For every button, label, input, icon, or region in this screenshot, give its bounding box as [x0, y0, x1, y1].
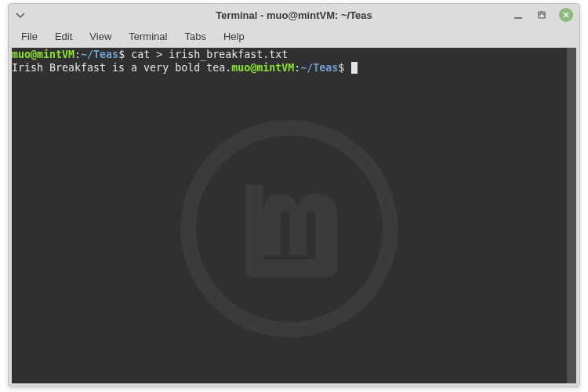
menu-tabs[interactable]: Tabs: [176, 28, 213, 45]
cursor-block: [351, 62, 358, 74]
menu-terminal[interactable]: Terminal: [121, 28, 175, 45]
command-text: cat > irish_breakfast.txt: [131, 49, 288, 60]
menubar: File Edit View Terminal Tabs Help: [9, 26, 579, 48]
prompt-user: muo@mintVM: [12, 49, 74, 60]
terminal-content[interactable]: muo@mintVM:~/Teas$ cat > irish_breakfast…: [12, 48, 567, 74]
prompt-path: ~/Teas: [81, 49, 118, 60]
app-menu-icon[interactable]: [15, 9, 26, 20]
window-controls: [512, 8, 573, 22]
minimize-button[interactable]: [512, 9, 524, 21]
terminal-wrap: muo@mintVM:~/Teas$ cat > irish_breakfast…: [9, 48, 579, 387]
window-title: Terminal - muo@mintVM: ~/Teas: [9, 9, 579, 21]
terminal-viewport[interactable]: muo@mintVM:~/Teas$ cat > irish_breakfast…: [12, 48, 567, 383]
output-text: Irish Breakfast is a very bold tea.: [12, 62, 231, 74]
prompt-dollar: $: [338, 62, 350, 74]
terminal-window: Terminal - muo@mintVM: ~/Teas File Edit …: [8, 3, 580, 387]
titlebar[interactable]: Terminal - muo@mintVM: ~/Teas: [9, 4, 579, 26]
prompt-user: muo@mintVM: [231, 62, 294, 74]
prompt-colon: :: [74, 49, 81, 60]
menu-help[interactable]: Help: [216, 28, 252, 45]
menu-file[interactable]: File: [13, 28, 45, 45]
menu-view[interactable]: View: [82, 28, 119, 45]
svg-point-1: [188, 128, 390, 330]
prompt-dollar: $: [118, 49, 131, 60]
maximize-button[interactable]: [535, 9, 548, 21]
menu-edit[interactable]: Edit: [47, 28, 80, 45]
prompt-path: ~/Teas: [300, 62, 338, 74]
close-button[interactable]: [559, 8, 573, 22]
scrollbar[interactable]: [567, 48, 576, 383]
mint-watermark-icon: [180, 119, 399, 339]
